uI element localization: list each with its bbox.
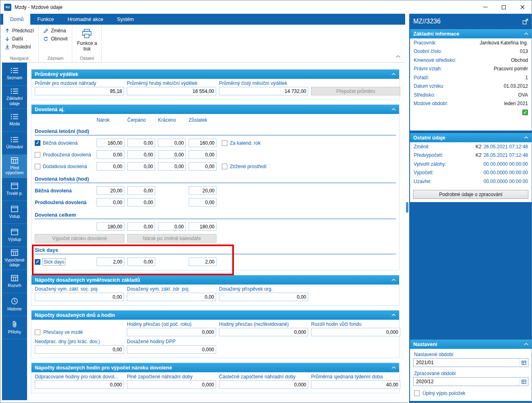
bezna-dovolena-checkbox[interactable] — [35, 140, 40, 146]
tab-funkce[interactable]: Funkce — [30, 14, 61, 25]
minimize-button[interactable] — [476, 0, 494, 14]
collapse-button[interactable] — [391, 314, 396, 316]
health-insurance-base-input[interactable] — [127, 293, 216, 301]
sidebar-item-uctovani[interactable]: Účtování — [2, 132, 27, 155]
refresh-button[interactable]: Obnovit — [40, 35, 70, 43]
sidebar-item-vystup[interactable]: Výstup — [2, 224, 27, 247]
next-record-button[interactable]: Další — [2, 35, 37, 43]
panel-splitter[interactable] — [405, 14, 409, 403]
zustatek-input[interactable] — [189, 186, 217, 195]
cerpano-input[interactable] — [127, 186, 155, 195]
zustatek-input[interactable] — [189, 150, 217, 159]
field-label: Dosažený příspěvek org. — [219, 286, 308, 292]
average-gross-monthly-input[interactable] — [127, 87, 216, 95]
narok-input[interactable] — [97, 186, 124, 195]
last-record-button[interactable]: Poslední — [2, 43, 37, 51]
kraceno-input[interactable] — [158, 150, 186, 159]
tab-domu[interactable]: Domů — [3, 14, 30, 25]
sidebar-item-zakladni-udaje[interactable]: Základní údaje — [2, 86, 27, 109]
window-title: Mzdy - Mzdové údaje — [15, 4, 63, 10]
close-button[interactable] — [513, 0, 532, 14]
recalculate-average-button[interactable]: Přepočet průměru — [311, 87, 400, 95]
kraceno-input[interactable] — [158, 162, 186, 171]
narok-input[interactable] — [97, 162, 124, 171]
info-row: Vypočetl:00.00.0000 00:00:00 — [410, 169, 532, 177]
cerpano-input[interactable] — [127, 139, 155, 147]
other-info-header: Ostatní údaje — [410, 133, 532, 142]
prodlouzena-dovolena-checkbox[interactable] — [35, 152, 40, 158]
set-period-combo[interactable]: 2021/01 — [413, 358, 528, 367]
sidebar-item-vstup[interactable]: Vstup — [2, 201, 27, 224]
collapse-button[interactable] — [391, 279, 396, 281]
sick-days-checkbox[interactable] — [35, 259, 40, 265]
dodatkova-dovolena-checkbox[interactable] — [35, 164, 40, 169]
sidebar-item-rozvrh[interactable]: Rozvrh — [2, 270, 27, 293]
processing-details-button[interactable]: Podrobné údaje o zpracování — [413, 190, 528, 199]
hours-difference-input[interactable] — [311, 328, 400, 336]
zustatek-input[interactable] — [189, 198, 217, 207]
narok-input[interactable] — [97, 139, 124, 147]
cerpano-input[interactable] — [127, 198, 155, 207]
partially-counted-periods-input[interactable] — [219, 380, 308, 389]
cerpano-input[interactable] — [127, 162, 155, 171]
tab-system[interactable]: Systém — [110, 14, 141, 25]
average-compensation-input[interactable] — [35, 87, 124, 95]
change-button[interactable]: Změna — [40, 27, 70, 35]
zustatek-input[interactable] — [189, 257, 217, 266]
average-weekly-hours-input[interactable] — [311, 380, 400, 389]
maximize-button[interactable] — [494, 0, 513, 14]
za-kalend-rok-checkbox[interactable] — [222, 140, 227, 146]
sidebar-item-trvale-p[interactable]: Trvalé p. — [2, 178, 27, 201]
kraceno-input[interactable] — [158, 222, 186, 231]
overtime-in-wage-checkbox[interactable] — [35, 329, 40, 335]
collapse-button[interactable] — [391, 108, 396, 111]
fully-counted-periods-input[interactable] — [127, 380, 216, 389]
sidebar-item-prilohy[interactable]: Přílohy — [2, 316, 27, 339]
kraceno-input[interactable] — [158, 139, 186, 147]
collapse-button[interactable] — [391, 366, 396, 369]
functions-print-button[interactable]: Funkce a tisk — [74, 27, 100, 52]
dpp-hours-input[interactable] — [127, 345, 216, 354]
section-title: Průměrný výdělek — [35, 72, 78, 77]
sidebar-item-seznam[interactable]: Seznam — [2, 63, 27, 86]
app-icon: K2 — [4, 4, 11, 11]
collapse-button[interactable] — [524, 343, 528, 346]
cerpano-input[interactable] — [127, 150, 155, 159]
sidebar-item-mzda[interactable]: Mzda — [2, 109, 27, 132]
previous-record-button[interactable]: Předchozí — [2, 27, 37, 35]
cerpano-input[interactable] — [127, 257, 155, 266]
period-picker-button[interactable] — [519, 359, 528, 367]
social-insurance-base-input[interactable] — [35, 293, 124, 301]
overtime-hours-ytd-input[interactable] — [127, 328, 216, 336]
worked-hours-entitlement-input[interactable] — [35, 380, 124, 389]
calc-vacation-entitlement-button[interactable]: Výpočet nároku dovolené — [35, 234, 124, 243]
unworked-days-input[interactable] — [35, 345, 124, 354]
ribbon-collapse-button[interactable] — [396, 53, 400, 59]
tab-hromadne-akce[interactable]: Hromadné akce — [61, 14, 110, 25]
ztizene-prostredi-checkbox[interactable] — [222, 164, 227, 169]
cerpano-input[interactable] — [127, 222, 155, 231]
narok-input[interactable] — [97, 257, 124, 266]
full-list-checkbox[interactable] — [414, 390, 420, 396]
zustatek-input[interactable] — [189, 139, 217, 147]
collapse-button[interactable] — [524, 32, 528, 35]
entitlement-after-calendar-change-button[interactable]: Nárok po změně kalendáře — [127, 234, 217, 243]
narok-input[interactable] — [97, 222, 124, 231]
narok-input[interactable] — [97, 150, 124, 159]
collapse-button[interactable] — [391, 73, 396, 76]
other-info-section: Ostatní údaje Změnil:K226.05.2021 07:12:… — [410, 133, 532, 202]
org-contribution-input[interactable] — [219, 293, 308, 301]
open-in-window-button[interactable] — [522, 19, 528, 25]
zustatek-input[interactable] — [189, 222, 217, 231]
overtime-hours-unsettled-input[interactable] — [219, 328, 308, 336]
narok-input[interactable] — [97, 198, 124, 207]
average-net-monthly-input[interactable] — [219, 87, 308, 95]
sidebar-item-historie[interactable]: Historie — [2, 293, 27, 316]
sidebar-item-vypoctene-udaje[interactable]: Vypočtené údaje — [2, 247, 27, 270]
processed-period-combo[interactable]: 2020/12 — [413, 377, 528, 386]
collapse-button[interactable] — [524, 136, 528, 139]
zustatek-input[interactable] — [189, 162, 217, 171]
sidebar-item-pred-vypoctem[interactable]: Před výpočtem — [2, 155, 27, 178]
period-status-checkbox[interactable] — [522, 110, 528, 115]
period-picker-button[interactable] — [519, 378, 528, 386]
